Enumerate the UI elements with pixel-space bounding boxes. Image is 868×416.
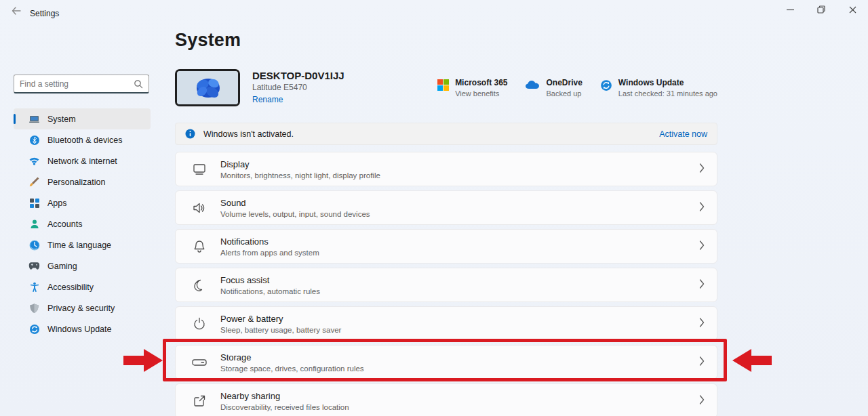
chevron-right-icon <box>699 318 705 330</box>
row-notifications[interactable]: Notifications Alerts from apps and syste… <box>175 229 717 264</box>
activation-banner: Windows isn't activated. Activate now <box>175 123 717 145</box>
shield-icon <box>28 302 40 314</box>
speaker-icon <box>192 201 207 215</box>
status-onedrive[interactable]: OneDrive Backed up <box>525 78 582 98</box>
status-microsoft-365[interactable]: Microsoft 365 View benefits <box>437 78 507 98</box>
activate-now-link[interactable]: Activate now <box>659 129 707 139</box>
sidebar-item-accessibility[interactable]: Accessibility <box>14 276 151 297</box>
status-subtitle: Last checked: 31 minutes ago <box>618 89 717 98</box>
sidebar-item-label: Bluetooth & devices <box>47 136 123 145</box>
chevron-right-icon <box>699 395 705 407</box>
row-title: Display <box>220 159 380 169</box>
row-subtitle: Storage space, drives, configuration rul… <box>220 365 364 373</box>
device-thumbnail <box>175 69 240 106</box>
status-title: Microsoft 365 <box>455 78 507 87</box>
sidebar-item-label: Gaming <box>47 262 77 271</box>
sidebar-item-label: Network & internet <box>47 157 117 166</box>
row-title: Sound <box>220 198 370 208</box>
chevron-right-icon <box>699 241 705 253</box>
sidebar-item-label: Accessibility <box>47 283 94 292</box>
monitor-icon <box>192 162 207 177</box>
apps-grid-icon <box>28 197 40 209</box>
sidebar-item-label: Accounts <box>47 220 82 229</box>
restore-icon <box>817 5 825 16</box>
sidebar-item-bluetooth[interactable]: Bluetooth & devices <box>14 129 151 150</box>
chevron-right-icon <box>699 356 705 369</box>
rename-link[interactable]: Rename <box>252 95 283 104</box>
drive-icon <box>192 355 207 370</box>
brush-icon <box>28 176 40 188</box>
sidebar-item-network[interactable]: Network & internet <box>14 150 151 171</box>
sidebar: System Bluetooth & devices Network & int… <box>14 75 151 339</box>
sidebar-item-label: Windows Update <box>47 325 112 334</box>
info-icon <box>185 129 195 139</box>
sidebar-item-windows-update[interactable]: Windows Update <box>14 318 151 339</box>
sidebar-nav: System Bluetooth & devices Network & int… <box>14 108 151 339</box>
page-title: System <box>175 30 717 51</box>
row-title: Focus assist <box>220 275 320 285</box>
back-arrow-icon <box>12 7 21 17</box>
row-title: Nearby sharing <box>220 391 349 401</box>
search-input[interactable] <box>14 75 149 92</box>
close-button[interactable] <box>837 0 868 20</box>
row-title: Notifications <box>220 236 319 247</box>
sidebar-item-label: Time & language <box>47 241 111 250</box>
share-icon <box>192 394 207 409</box>
status-subtitle: View benefits <box>455 89 507 98</box>
sidebar-item-label: Personalization <box>47 178 105 187</box>
row-title: Power & battery <box>220 314 341 324</box>
chevron-right-icon <box>699 202 705 214</box>
banner-message: Windows isn't activated. <box>203 129 294 139</box>
sidebar-item-privacy[interactable]: Privacy & security <box>14 297 151 318</box>
app-title: Settings <box>30 9 59 18</box>
status-title: OneDrive <box>546 78 582 87</box>
sidebar-item-label: Apps <box>47 199 67 208</box>
row-subtitle: Volume levels, output, input, sound devi… <box>220 210 370 218</box>
moon-icon <box>192 278 207 293</box>
device-name: DESKTOP-D0V1IJJ <box>252 70 344 81</box>
row-storage[interactable]: Storage Storage space, drives, configura… <box>175 345 717 379</box>
row-display[interactable]: Display Monitors, brightness, night ligh… <box>175 152 717 186</box>
status-strip: Microsoft 365 View benefits OneDrive Bac… <box>437 78 717 98</box>
sidebar-item-label: System <box>47 115 76 124</box>
update-icon <box>600 79 612 94</box>
row-subtitle: Monitors, brightness, night light, displ… <box>220 171 380 180</box>
gamepad-icon <box>28 260 40 272</box>
chevron-right-icon <box>699 163 705 175</box>
accessibility-icon <box>28 281 40 293</box>
sidebar-item-accounts[interactable]: Accounts <box>14 213 151 234</box>
row-power-battery[interactable]: Power & battery Sleep, battery usage, ba… <box>175 306 717 341</box>
row-nearby-sharing[interactable]: Nearby sharing Discoverability, received… <box>175 383 717 416</box>
close-icon <box>849 5 856 16</box>
sidebar-item-gaming[interactable]: Gaming <box>14 255 151 276</box>
main-content: System DESKTOP-D0V1IJJ Latitude E5470 Re… <box>175 0 717 416</box>
person-icon <box>28 218 40 230</box>
minimize-icon <box>787 5 794 16</box>
laptop-icon <box>28 113 40 125</box>
sidebar-item-system[interactable]: System <box>14 108 151 129</box>
sidebar-item-time-language[interactable]: Time & language <box>14 234 151 255</box>
row-subtitle: Sleep, battery usage, battery saver <box>220 326 341 334</box>
settings-rows: Display Monitors, brightness, night ligh… <box>175 152 717 416</box>
search-icon <box>134 79 143 91</box>
device-header: DESKTOP-D0V1IJJ Latitude E5470 Rename Mi… <box>175 68 717 106</box>
highlight-arrow-left-pointing <box>732 348 772 376</box>
wifi-icon <box>28 155 40 167</box>
row-subtitle: Discoverability, received files location <box>220 403 349 411</box>
back-button[interactable] <box>7 4 26 19</box>
onedrive-cloud-icon <box>525 79 540 92</box>
maximize-button[interactable] <box>806 0 837 20</box>
row-subtitle: Notifications, automatic rules <box>220 287 320 295</box>
status-windows-update[interactable]: Windows Update Last checked: 31 minutes … <box>600 78 717 98</box>
sidebar-item-label: Privacy & security <box>47 304 115 313</box>
bluetooth-icon <box>28 134 40 146</box>
status-title: Windows Update <box>618 78 717 87</box>
row-focus-assist[interactable]: Focus assist Notifications, automatic ru… <box>175 268 717 302</box>
sidebar-item-apps[interactable]: Apps <box>14 192 151 213</box>
row-subtitle: Alerts from apps and system <box>220 249 319 257</box>
row-sound[interactable]: Sound Volume levels, output, input, soun… <box>175 190 717 225</box>
highlight-arrow-right-pointing <box>123 348 163 376</box>
minimize-button[interactable] <box>774 0 806 20</box>
row-title: Storage <box>220 352 364 362</box>
sidebar-item-personalization[interactable]: Personalization <box>14 171 151 192</box>
